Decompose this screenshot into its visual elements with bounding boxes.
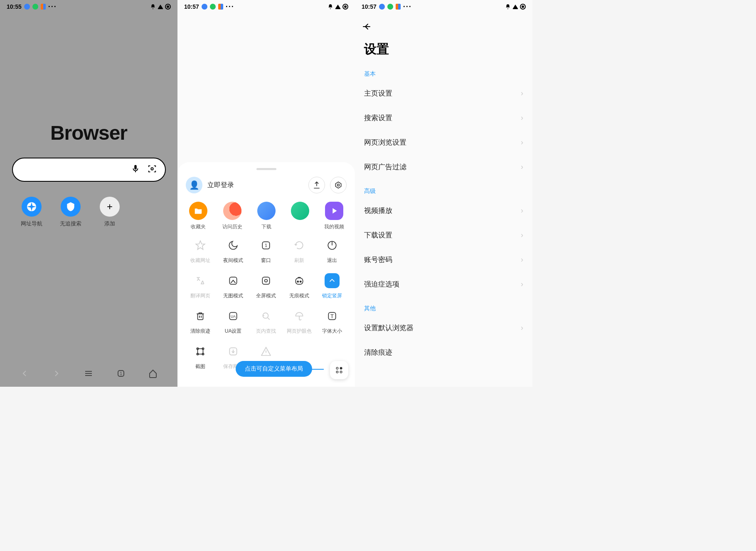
- quick-history[interactable]: 访问历史: [220, 202, 245, 230]
- status-more-icon: ···: [403, 5, 412, 8]
- status-time: 10:55: [7, 3, 22, 10]
- crop-icon: [193, 344, 208, 359]
- customize-button[interactable]: [330, 361, 348, 379]
- tool-find[interactable]: 页内查找: [252, 309, 281, 335]
- warning-icon: [259, 344, 273, 359]
- chevron-right-icon: ›: [521, 206, 523, 215]
- shortcut-search[interactable]: 无追搜索: [58, 197, 83, 227]
- menu-sheet: 👤 立即登录 收藏夹 访问历史 下载 我的视频 收藏网址 夜间模式 1窗口 刷新…: [177, 162, 355, 387]
- settings-button[interactable]: [330, 177, 347, 193]
- menu-button[interactable]: [81, 366, 96, 381]
- tool-bookmark[interactable]: 收藏网址: [186, 238, 214, 264]
- tool-screenshot[interactable]: 截图: [186, 344, 214, 370]
- quick-label: 收藏夹: [191, 223, 206, 230]
- download-icon: [257, 202, 276, 220]
- quick-label: 下载: [261, 223, 271, 230]
- tabs-button[interactable]: 1: [113, 366, 128, 381]
- settings-row-adblock[interactable]: 网页广告过滤›: [355, 155, 532, 179]
- quick-bookmarks[interactable]: 收藏夹: [186, 202, 211, 230]
- search-bar[interactable]: [12, 158, 166, 182]
- settings-row-account[interactable]: 账号密码›: [355, 247, 532, 272]
- settings-row-ocd[interactable]: 强迫症选项›: [355, 272, 532, 297]
- settings-row-browsing[interactable]: 网页浏览设置›: [355, 130, 532, 155]
- svg-point-14: [300, 281, 301, 282]
- settings-row-download[interactable]: 下载设置›: [355, 223, 532, 247]
- chevron-right-icon: ›: [521, 280, 523, 289]
- chevron-right-icon: ›: [521, 231, 523, 240]
- page-title: 设置: [355, 33, 532, 62]
- moon-icon: [226, 238, 241, 253]
- bell-icon: [505, 4, 511, 10]
- status-app-icon: [202, 4, 207, 10]
- refresh-icon: [292, 238, 307, 253]
- power-icon: [325, 238, 340, 253]
- svg-text:UA: UA: [231, 314, 236, 319]
- tool-incognito[interactable]: 无痕模式: [285, 273, 313, 299]
- tool-window[interactable]: 1窗口: [252, 238, 281, 264]
- customize-tip[interactable]: 点击可自定义菜单布局: [236, 361, 312, 377]
- ua-icon: UA: [226, 309, 241, 324]
- svg-point-30: [340, 371, 342, 373]
- quick-video[interactable]: 我的视频: [322, 202, 347, 230]
- section-label-basic: 基本: [355, 62, 532, 81]
- status-more-icon: ···: [226, 5, 234, 8]
- tool-ua[interactable]: UAUA设置: [219, 309, 247, 335]
- shortcut-add[interactable]: + 添加: [97, 197, 122, 227]
- svg-point-0: [151, 168, 153, 170]
- chevron-right-icon: ›: [521, 138, 523, 147]
- login-button[interactable]: 立即登录: [207, 181, 303, 190]
- svg-point-28: [340, 367, 342, 369]
- shield-icon: [61, 197, 81, 217]
- back-button[interactable]: [17, 366, 32, 381]
- settings-row-cleartrace[interactable]: 清除痕迹: [355, 340, 532, 365]
- status-app-icon: [379, 4, 385, 10]
- tool-refresh[interactable]: 刷新: [285, 238, 313, 264]
- lock-icon: [325, 273, 340, 288]
- tool-clear[interactable]: 清除痕迹: [186, 309, 214, 335]
- status-app-icon: [32, 4, 38, 10]
- tool-translate[interactable]: 翻译网页: [186, 273, 214, 299]
- tool-night[interactable]: 夜间模式: [219, 238, 247, 264]
- quick-download[interactable]: 下载: [254, 202, 279, 230]
- tool-lock-portrait[interactable]: 锁定竖屏: [318, 273, 347, 299]
- back-button[interactable]: [355, 13, 532, 33]
- section-label-advanced: 高级: [355, 179, 532, 198]
- tool-noimage[interactable]: 无图模式: [219, 273, 247, 299]
- status-app-icon: [218, 4, 223, 10]
- settings-row-home[interactable]: 主页设置›: [355, 81, 532, 106]
- battery-icon: [165, 4, 171, 10]
- settings-row-video[interactable]: 视频播放›: [355, 198, 532, 223]
- status-app-icon: [24, 4, 30, 10]
- shortcut-label: 网址导航: [21, 220, 42, 227]
- settings-row-default[interactable]: 设置默认浏览器›: [355, 316, 532, 340]
- wifi-icon: [158, 5, 163, 9]
- video-icon: [325, 202, 343, 220]
- tool-eyecare[interactable]: 网页护眼色: [285, 309, 313, 335]
- mic-icon[interactable]: [131, 164, 140, 175]
- settings-row-search[interactable]: 搜索设置›: [355, 106, 532, 130]
- svg-point-13: [297, 281, 298, 282]
- quick-row: 收藏夹 访问历史 下载 我的视频: [186, 202, 347, 230]
- fullscreen-icon: [259, 273, 273, 288]
- svg-point-11: [265, 279, 268, 282]
- svg-rect-15: [197, 314, 203, 320]
- tool-fullscreen[interactable]: 全屏模式: [252, 273, 281, 299]
- bell-icon: [150, 4, 156, 10]
- status-time: 10:57: [362, 3, 377, 10]
- home-button[interactable]: [145, 366, 160, 381]
- status-app-icon: [41, 4, 46, 10]
- quick-item[interactable]: [288, 202, 313, 230]
- tool-fontsize[interactable]: T字体大小: [318, 309, 347, 335]
- tool-exit[interactable]: 退出: [318, 238, 347, 264]
- share-button[interactable]: [308, 177, 325, 193]
- forward-button[interactable]: [49, 366, 64, 381]
- sheet-handle[interactable]: [256, 168, 276, 170]
- text-icon: T: [325, 309, 340, 324]
- shortcut-navigation[interactable]: 网址导航: [19, 197, 44, 227]
- avatar-icon[interactable]: 👤: [186, 177, 202, 193]
- find-icon: [259, 309, 273, 324]
- window-icon: 1: [259, 238, 273, 253]
- status-more-icon: ···: [48, 5, 57, 8]
- scan-icon[interactable]: [148, 164, 157, 175]
- phone-settings: 10:57 ··· 设置 基本 主页设置› 搜索设置› 网页浏览设置› 网页广告…: [355, 0, 532, 387]
